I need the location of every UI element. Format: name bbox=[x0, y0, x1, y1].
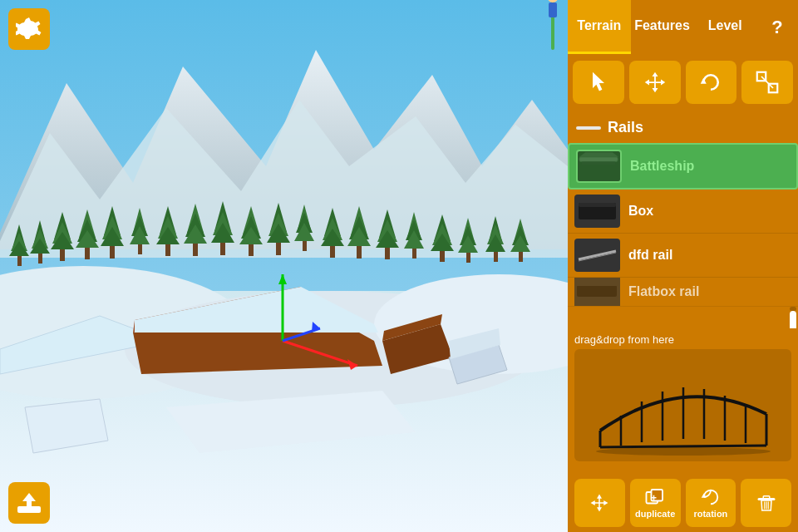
rotate-icon bbox=[699, 71, 722, 94]
duplicate-button[interactable]: duplicate bbox=[630, 479, 681, 527]
list-item[interactable]: Battleship bbox=[568, 143, 798, 190]
svg-line-115 bbox=[761, 76, 773, 88]
svg-rect-48 bbox=[276, 243, 281, 255]
svg-rect-20 bbox=[85, 248, 90, 259]
bottom-actions: duplicate rotation bbox=[568, 474, 798, 532]
rotate-tool-button[interactable] bbox=[686, 61, 737, 104]
rail-header: Rails bbox=[568, 112, 798, 143]
rotation-label: rotation bbox=[693, 509, 727, 519]
dfd-rail-preview bbox=[574, 239, 620, 272]
duplicate-icon bbox=[645, 487, 665, 507]
scale-icon bbox=[756, 71, 779, 94]
battleship-preview bbox=[578, 150, 620, 183]
app: Terrain Features Level ? bbox=[0, 0, 798, 532]
svg-marker-117 bbox=[579, 152, 618, 157]
box-label: Box bbox=[628, 204, 653, 219]
svg-rect-56 bbox=[330, 246, 335, 258]
svg-rect-84 bbox=[519, 252, 523, 262]
preview-box[interactable] bbox=[574, 349, 791, 461]
svg-rect-52 bbox=[303, 241, 307, 251]
flatbox-rail-preview bbox=[574, 278, 620, 307]
rails-label: Rails bbox=[608, 119, 643, 136]
flatbox-rail-label: Flatbox rail bbox=[628, 284, 699, 299]
list-item[interactable]: Box bbox=[568, 190, 798, 234]
preview-area: drag&drop from here bbox=[568, 328, 798, 474]
tab-features[interactable]: Features bbox=[631, 0, 694, 54]
settings-button[interactable] bbox=[8, 8, 50, 50]
scene-svg bbox=[0, 0, 568, 532]
items-list: Battleship Box bbox=[568, 143, 798, 307]
pointer-icon bbox=[587, 71, 610, 94]
battleship-thumb bbox=[576, 150, 622, 183]
svg-rect-64 bbox=[385, 248, 390, 259]
box-preview bbox=[574, 195, 620, 228]
dfd-rail-label: dfd rail bbox=[628, 248, 672, 263]
svg-rect-36 bbox=[193, 244, 198, 256]
flatbox-rail-thumb bbox=[574, 278, 620, 307]
svg-rect-60 bbox=[357, 246, 362, 259]
svg-rect-16 bbox=[60, 249, 65, 261]
svg-marker-111 bbox=[644, 72, 665, 93]
svg-rect-40 bbox=[220, 243, 225, 255]
nav-tabs: Terrain Features Level ? bbox=[568, 0, 798, 54]
svg-line-134 bbox=[600, 446, 766, 447]
list-item[interactable]: Flatbox rail bbox=[568, 278, 798, 307]
battleship-label: Battleship bbox=[630, 159, 694, 174]
svg-line-121 bbox=[579, 251, 616, 259]
duplicate-label: duplicate bbox=[635, 509, 675, 519]
svg-rect-76 bbox=[466, 253, 470, 263]
rail-line-icon bbox=[576, 126, 601, 130]
tab-help[interactable]: ? bbox=[756, 0, 798, 54]
scrollbar[interactable] bbox=[790, 307, 796, 311]
svg-rect-138 bbox=[652, 490, 663, 501]
scale-tool-button[interactable] bbox=[741, 61, 793, 104]
svg-rect-72 bbox=[440, 251, 445, 262]
svg-rect-146 bbox=[763, 496, 770, 499]
svg-rect-68 bbox=[412, 249, 416, 259]
viewport bbox=[0, 0, 568, 532]
rotation-icon bbox=[701, 487, 721, 507]
svg-marker-136 bbox=[591, 495, 608, 512]
rail-section: Rails Battleship bbox=[568, 112, 798, 328]
box-thumb bbox=[574, 195, 620, 228]
svg-rect-107 bbox=[549, 2, 557, 17]
export-button[interactable] bbox=[8, 482, 50, 524]
svg-rect-8 bbox=[17, 256, 22, 266]
delete-icon bbox=[756, 493, 776, 513]
tab-level[interactable]: Level bbox=[693, 0, 756, 54]
select-tool-button[interactable] bbox=[573, 61, 624, 104]
preview-3d bbox=[592, 356, 775, 456]
svg-rect-116 bbox=[579, 157, 618, 162]
export-icon bbox=[16, 490, 42, 516]
svg-marker-110 bbox=[22, 493, 36, 506]
tool-buttons bbox=[568, 54, 798, 112]
svg-rect-80 bbox=[494, 252, 498, 262]
move-action-button[interactable] bbox=[574, 479, 625, 527]
svg-rect-109 bbox=[17, 506, 41, 513]
tab-terrain[interactable]: Terrain bbox=[568, 0, 631, 54]
svg-rect-24 bbox=[110, 246, 115, 259]
move-action-icon bbox=[589, 493, 609, 513]
preview-label: drag&drop from here bbox=[574, 333, 791, 346]
list-item[interactable]: dfd rail bbox=[568, 234, 798, 278]
svg-rect-28 bbox=[138, 244, 142, 254]
svg-rect-120 bbox=[579, 203, 616, 207]
delete-button[interactable] bbox=[741, 479, 791, 527]
scroll-thumb[interactable] bbox=[790, 311, 796, 328]
right-panel: Terrain Features Level ? bbox=[568, 0, 798, 532]
settings-icon bbox=[16, 16, 42, 42]
svg-rect-44 bbox=[249, 244, 254, 256]
svg-point-135 bbox=[596, 447, 771, 456]
svg-rect-118 bbox=[582, 161, 616, 165]
dfd-rail-thumb bbox=[574, 239, 620, 272]
move-icon bbox=[643, 71, 667, 94]
rotation-button[interactable]: rotation bbox=[686, 479, 736, 527]
move-tool-button[interactable] bbox=[629, 61, 681, 104]
svg-rect-12 bbox=[38, 254, 42, 264]
svg-rect-32 bbox=[165, 244, 170, 256]
svg-rect-123 bbox=[577, 285, 617, 297]
